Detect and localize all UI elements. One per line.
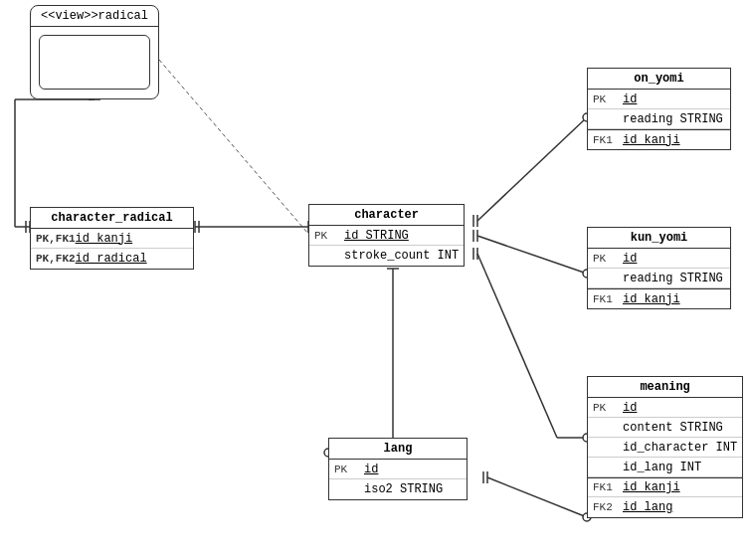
kun-yomi-table: kun_yomi PK id reading STRING FK1 id_kan… <box>587 227 731 309</box>
field-meaning-fk2: id_lang <box>623 500 672 514</box>
field-id-kanji: id_kanji <box>76 232 133 246</box>
field-char-id: id STRING <box>344 229 409 243</box>
svg-line-13 <box>477 117 587 221</box>
field-meaning-fk1: id_kanji <box>623 480 680 494</box>
pk-on-fk: FK1 <box>593 134 623 146</box>
pk-lang-id: PK <box>334 464 364 475</box>
lang-row-id: PK id <box>329 460 467 479</box>
svg-line-17 <box>477 236 587 274</box>
field-kun-reading: reading STRING <box>623 272 723 285</box>
field-on-reading: reading STRING <box>623 112 723 126</box>
meaning-header: meaning <box>588 377 742 398</box>
svg-line-21 <box>477 254 557 438</box>
character-row-id: PK id STRING <box>309 226 464 246</box>
character-header: character <box>309 205 464 226</box>
meaning-row-content: content STRING <box>588 418 742 438</box>
field-meaning-id-char: id_character INT <box>623 441 737 455</box>
field-kun-id: id <box>623 252 637 266</box>
on-yomi-row-id-kanji: FK1 id_kanji <box>588 129 730 149</box>
character-radical-table: character_radical PK,FK1 id_kanji PK,FK2… <box>30 207 194 270</box>
field-meaning-id: id <box>623 401 637 415</box>
character-table: character PK id STRING stroke_count INT <box>308 204 465 267</box>
field-id-radical: id_radical <box>76 252 147 266</box>
on-yomi-header: on_yomi <box>588 69 730 90</box>
lang-header: lang <box>329 439 467 460</box>
meaning-table: meaning PK id content STRING id_characte… <box>587 376 743 518</box>
meaning-row-id: PK id <box>588 398 742 418</box>
svg-line-31 <box>487 477 587 517</box>
lang-table: lang PK id iso2 STRING <box>328 438 468 500</box>
pk-on-id: PK <box>593 93 623 105</box>
field-meaning-content: content STRING <box>623 421 723 435</box>
diagram-container: <<view>>radical character_radical PK,FK1… <box>0 0 750 560</box>
meaning-row-fk2: FK2 id_lang <box>588 497 742 517</box>
on-yomi-row-reading: reading STRING <box>588 109 730 129</box>
character-row-stroke: stroke_count INT <box>309 246 464 266</box>
kun-yomi-row-id: PK id <box>588 249 730 269</box>
meaning-row-id-char: id_character INT <box>588 438 742 458</box>
field-stroke: stroke_count INT <box>344 249 459 263</box>
pk-label-2: PK,FK2 <box>36 253 76 265</box>
character-radical-header: character_radical <box>31 208 193 229</box>
pk-kun-fk: FK1 <box>593 293 623 305</box>
character-radical-row-id-kanji: PK,FK1 id_kanji <box>31 229 193 249</box>
kun-yomi-header: kun_yomi <box>588 228 730 249</box>
field-kun-id-kanji: id_kanji <box>623 292 680 306</box>
field-lang-id: id <box>364 463 378 476</box>
field-lang-iso2: iso2 STRING <box>364 482 443 496</box>
meaning-row-fk1: FK1 id_kanji <box>588 477 742 497</box>
on-yomi-row-id: PK id <box>588 90 730 109</box>
character-radical-row-id-radical: PK,FK2 id_radical <box>31 249 193 269</box>
pk-meaning-fk1: FK1 <box>593 481 623 493</box>
meaning-row-id-lang: id_lang INT <box>588 458 742 477</box>
kun-yomi-row-id-kanji: FK1 id_kanji <box>588 288 730 308</box>
pk-id: PK <box>314 230 344 242</box>
pk-label: PK,FK1 <box>36 233 76 245</box>
view-radical-box: <<view>>radical <box>30 5 159 99</box>
on-yomi-table: on_yomi PK id reading STRING FK1 id_kanj… <box>587 68 731 150</box>
pk-meaning-fk2: FK2 <box>593 501 623 513</box>
pk-meaning-id: PK <box>593 402 623 414</box>
pk-kun-id: PK <box>593 253 623 265</box>
view-radical-title: <<view>>radical <box>31 6 158 27</box>
field-on-id: id <box>623 93 637 106</box>
field-on-id-kanji: id_kanji <box>623 133 680 147</box>
field-meaning-id-lang: id_lang INT <box>623 461 701 474</box>
lang-row-iso2: iso2 STRING <box>329 479 467 499</box>
view-radical-inner <box>39 35 150 90</box>
kun-yomi-row-reading: reading STRING <box>588 269 730 288</box>
